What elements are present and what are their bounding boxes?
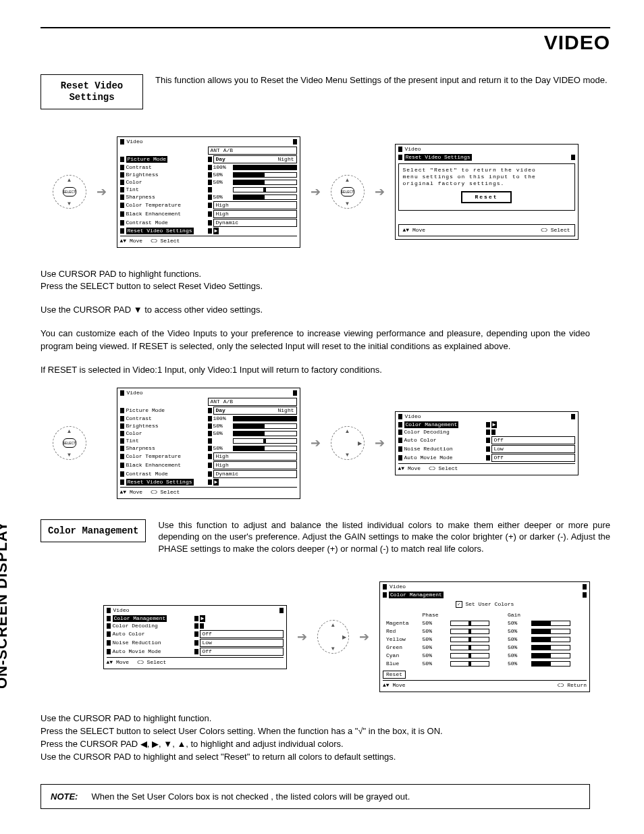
- reset-video-settings-label: Reset Video Settings: [41, 74, 143, 109]
- arrow-icon: ➔: [359, 629, 369, 644]
- note-text: When the Set User Colors box is not chec…: [91, 791, 410, 802]
- page-title: VIDEO: [20, 31, 610, 54]
- foot-move: Move: [412, 227, 425, 233]
- arrow-icon: ➔: [297, 629, 307, 644]
- arrow-icon: ➔: [311, 436, 321, 450]
- dialog-subtitle: Reset Video Settings: [404, 154, 472, 161]
- dialog-msg: Select "Reset" to return the video: [403, 167, 570, 174]
- reset-dialog: Video Reset Video Settings Select "Reset…: [395, 144, 579, 240]
- body-text: Use the CURSOR PAD to highlight function…: [41, 712, 590, 763]
- side-label: ON-SCREEN DISPLAY: [0, 521, 11, 689]
- dialog-title: Video: [405, 146, 421, 153]
- foot-select: Select: [551, 227, 570, 233]
- select-button[interactable]: SELECT: [63, 187, 76, 197]
- color-management-desc: Use this function to adjust and balance …: [158, 519, 610, 555]
- select-button[interactable]: SELECT: [341, 187, 354, 197]
- cursor-pad-icon: ▲ ▼ ▶: [331, 426, 365, 460]
- cursor-pad-icon: ▲ ▼ SELECT: [53, 175, 86, 209]
- video-menu: VideoANT A/BPicture ModeDayNightContrast…: [117, 388, 300, 499]
- cursor-pad-icon: ▲ ▼ ▶: [317, 620, 349, 654]
- video-submenu: VideoColor Management▶Color DecodingAuto…: [395, 411, 579, 475]
- cursor-pad-icon: ▲ ▼ SELECT: [53, 426, 86, 460]
- arrow-icon: ➔: [311, 184, 321, 199]
- video-menu: VideoANT A/BPicture ModeDayNightContrast…: [117, 136, 300, 248]
- body-text: Use CURSOR PAD to highlight functions. P…: [41, 268, 590, 294]
- dialog-msg: original factory settings.: [403, 180, 570, 187]
- body-text: Use the CURSOR PAD ▼ to access other vid…: [41, 304, 590, 317]
- color-management-dialog: VideoColor Management✓ Set User ColorsPh…: [379, 581, 590, 692]
- reset-video-settings-desc: This function allows you to Reset the Vi…: [155, 74, 610, 86]
- reset-button[interactable]: Reset: [461, 191, 511, 203]
- body-text: You can customize each of the Video Inpu…: [41, 328, 590, 353]
- dialog-msg: menu settings on this input to the: [403, 174, 570, 180]
- cursor-pad-icon: ▲ ▼ SELECT: [331, 175, 365, 209]
- color-management-label: Color Management: [41, 519, 146, 543]
- video-submenu: VideoColor Management▶Color DecodingAuto…: [103, 605, 287, 669]
- arrow-icon: ➔: [375, 436, 385, 450]
- arrow-icon: ➔: [375, 184, 385, 199]
- select-button[interactable]: SELECT: [63, 438, 76, 448]
- note-box: NOTE: When the Set User Colors box is no…: [41, 784, 590, 809]
- note-label: NOTE:: [51, 791, 78, 802]
- arrow-icon: ➔: [97, 184, 107, 199]
- body-text: If RESET is selected in Video:1 Input, o…: [41, 364, 590, 377]
